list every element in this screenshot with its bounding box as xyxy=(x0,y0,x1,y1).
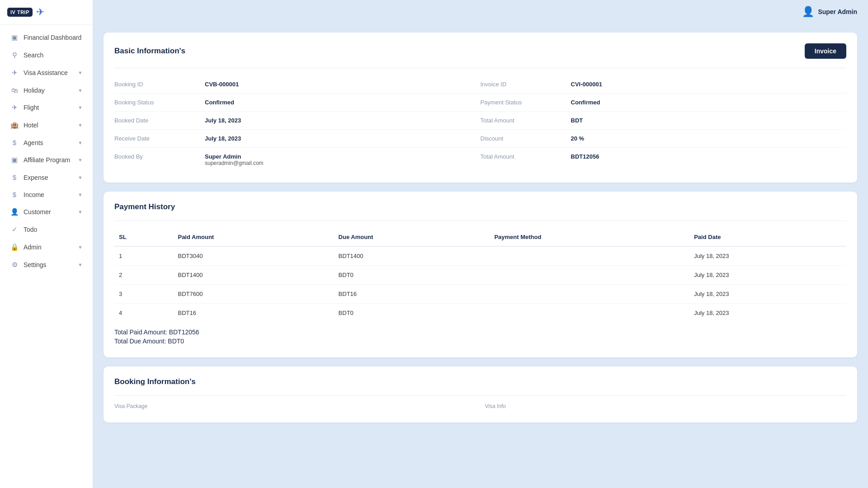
sidebar-item-label: Customer xyxy=(24,208,51,216)
sidebar-item-label: Admin xyxy=(24,244,42,251)
search-icon: ⚲ xyxy=(10,51,19,59)
sidebar-item-label: Flight xyxy=(24,104,39,111)
table-header-row: SL Paid Amount Due Amount Payment Method… xyxy=(114,228,846,246)
section-divider-3 xyxy=(114,395,846,396)
info-col-left: Booking ID CVB-000001 Booking Status Con… xyxy=(114,75,481,172)
booking-status-label: Booking Status xyxy=(114,99,205,106)
dashboard-icon: ▣ xyxy=(10,33,19,42)
total-amount-2-label: Total Amount xyxy=(481,153,571,160)
receive-date-row: Receive Date July 18, 2023 xyxy=(114,130,481,148)
table-head: SL Paid Amount Due Amount Payment Method… xyxy=(114,228,846,246)
sidebar-nav: ▣ Financial Dashboard ⚲ Search ✈ Visa As… xyxy=(0,25,93,488)
sidebar-item-label: Agents xyxy=(24,139,43,146)
payment-status-value: Confirmed xyxy=(571,99,600,106)
invoice-id-row: Invoice ID CVI-000001 xyxy=(481,75,847,94)
cell-due-amount: BDT1400 xyxy=(334,246,490,266)
receive-date-label: Receive Date xyxy=(114,135,205,142)
sidebar-item-financial-dashboard[interactable]: ▣ Financial Dashboard xyxy=(3,29,90,46)
col-paid-date: Paid Date xyxy=(689,228,846,246)
sidebar-item-customer[interactable]: 👤 Customer ▼ xyxy=(3,203,90,221)
payment-history-title: Payment History xyxy=(114,202,175,211)
sidebar-item-hotel[interactable]: 🏨 Hotel ▼ xyxy=(3,117,90,134)
cell-paid-amount: BDT1400 xyxy=(173,266,334,285)
chevron-down-icon: ▼ xyxy=(78,192,83,197)
sidebar-item-label: Financial Dashboard xyxy=(24,34,81,41)
cell-paid-date: July 18, 2023 xyxy=(689,304,846,323)
total-amount-1-value: BDT xyxy=(571,117,583,124)
cell-paid-amount: BDT16 xyxy=(173,304,334,323)
income-icon: $ xyxy=(10,191,19,198)
total-amount-1-label: Total Amount xyxy=(481,117,571,124)
table-row: 1 BDT3040 BDT1400 July 18, 2023 xyxy=(114,246,846,266)
booking-info-title: Booking Information's xyxy=(114,377,196,386)
booked-by-row: Booked By Super Admin superadmin@gmail.c… xyxy=(114,148,481,172)
cell-paid-date: July 18, 2023 xyxy=(689,266,846,285)
sidebar-item-admin[interactable]: 🔒 Admin ▼ xyxy=(3,239,90,256)
sidebar-item-agents[interactable]: $ Agents ▼ xyxy=(3,134,90,151)
booking-status-value: Confirmed xyxy=(205,99,234,106)
info-col-right: Invoice ID CVI-000001 Payment Status Con… xyxy=(481,75,847,172)
logo-text: IV TRIP xyxy=(7,8,33,17)
visa-info-label: Visa Info xyxy=(485,403,847,409)
settings-icon: ⚙ xyxy=(10,261,19,269)
sidebar-item-label: Search xyxy=(24,52,43,59)
payment-status-row: Payment Status Confirmed xyxy=(481,94,847,112)
invoice-id-value: CVI-000001 xyxy=(571,81,602,88)
sidebar-item-search[interactable]: ⚲ Search xyxy=(3,47,90,64)
user-info[interactable]: 👤 Super Admin xyxy=(802,6,857,18)
affiliate-icon: ▣ xyxy=(10,156,19,164)
sidebar-item-label: Holiday xyxy=(24,87,45,94)
booked-date-row: Booked Date July 18, 2023 xyxy=(114,112,481,130)
invoice-id-label: Invoice ID xyxy=(481,81,571,88)
booking-id-row: Booking ID CVB-000001 xyxy=(114,75,481,94)
user-name: Super Admin xyxy=(818,8,857,15)
chevron-down-icon: ▼ xyxy=(78,140,83,145)
discount-row: Discount 20 % xyxy=(481,130,847,148)
cell-sl: 3 xyxy=(114,285,173,304)
booked-by-value: Super Admin superadmin@gmail.com xyxy=(205,153,264,166)
booking-info-grid: Visa Package Visa Info xyxy=(114,403,846,412)
payment-history-table-wrap: SL Paid Amount Due Amount Payment Method… xyxy=(114,228,846,322)
sidebar-item-flight[interactable]: ✈ Flight ▼ xyxy=(3,99,90,116)
sidebar-item-visa-assistance[interactable]: ✈ Visa Assistance ▼ xyxy=(3,64,90,81)
invoice-button[interactable]: Invoice xyxy=(805,43,846,59)
total-amount-1-row: Total Amount BDT xyxy=(481,112,847,130)
table-body: 1 BDT3040 BDT1400 July 18, 2023 2 BDT140… xyxy=(114,246,846,322)
visa-package-label: Visa Package xyxy=(114,403,476,409)
main-content: Basic Information's Invoice Booking ID C… xyxy=(93,23,868,488)
sidebar-item-label: Hotel xyxy=(24,122,38,129)
chevron-down-icon: ▼ xyxy=(78,175,83,180)
cell-paid-amount: BDT7600 xyxy=(173,285,334,304)
payment-history-header: Payment History xyxy=(114,202,846,211)
booked-by-name: Super Admin xyxy=(205,153,264,160)
sidebar: IV TRIP ✈ ▣ Financial Dashboard ⚲ Search… xyxy=(0,0,93,488)
booking-info-card: Booking Information's Visa Package Visa … xyxy=(104,366,857,422)
table-row: 2 BDT1400 BDT0 July 18, 2023 xyxy=(114,266,846,285)
sidebar-item-todo[interactable]: ✓ Todo xyxy=(3,221,90,238)
total-paid-label: Total Paid Amount: xyxy=(114,328,167,336)
cell-payment-method xyxy=(490,266,689,285)
flight-icon: ✈ xyxy=(10,103,19,112)
total-amount-2-row: Total Amount BDT12056 xyxy=(481,148,847,165)
payment-history-table: SL Paid Amount Due Amount Payment Method… xyxy=(114,228,846,322)
chevron-down-icon: ▼ xyxy=(78,122,83,128)
cell-paid-date: July 18, 2023 xyxy=(689,285,846,304)
visa-icon: ✈ xyxy=(10,69,19,77)
sidebar-item-settings[interactable]: ⚙ Settings ▼ xyxy=(3,256,90,273)
sidebar-item-holiday[interactable]: 🛍 Holiday ▼ xyxy=(3,82,90,99)
sidebar-item-expense[interactable]: $ Expense ▼ xyxy=(3,169,90,186)
cell-payment-method xyxy=(490,246,689,266)
booking-info-header: Booking Information's xyxy=(114,377,846,386)
visa-package-item: Visa Package xyxy=(114,403,476,412)
sidebar-item-income[interactable]: $ Income ▼ xyxy=(3,186,90,203)
total-amount-2-value: BDT12056 xyxy=(571,153,599,160)
chevron-down-icon: ▼ xyxy=(78,88,83,93)
basic-info-card: Basic Information's Invoice Booking ID C… xyxy=(104,33,857,183)
agents-icon: $ xyxy=(10,139,19,146)
chevron-down-icon: ▼ xyxy=(78,244,83,250)
booked-date-label: Booked Date xyxy=(114,117,205,124)
sidebar-item-label: Expense xyxy=(24,174,48,181)
sidebar-item-affiliate-program[interactable]: ▣ Affiliate Program ▼ xyxy=(3,151,90,169)
sidebar-item-label: Todo xyxy=(24,226,37,233)
visa-info-item: Visa Info xyxy=(485,403,847,412)
